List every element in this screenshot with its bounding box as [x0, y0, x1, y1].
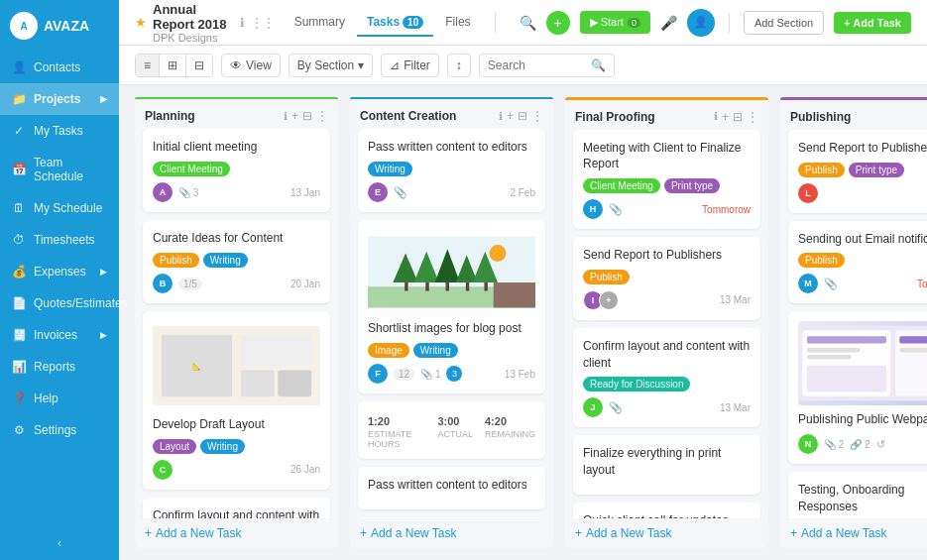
view-label: View — [246, 58, 272, 72]
add-task-link[interactable]: + Add a New Task — [350, 518, 553, 548]
card-tag: Publish — [583, 270, 630, 284]
card-title: Confirm layout and content with client — [583, 338, 751, 372]
task-card[interactable]: Send Report to PublishersPublishI+13 Mar — [573, 237, 760, 320]
count-badge: 3 — [446, 366, 462, 382]
nav-item-files[interactable]: Files — [435, 9, 480, 37]
column-add-icon[interactable]: + — [291, 109, 298, 123]
card-image — [368, 230, 535, 314]
sidebar-item-reports[interactable]: 📊Reports — [0, 351, 119, 383]
search-input[interactable] — [488, 58, 587, 72]
column-add-icon[interactable]: + — [722, 110, 729, 124]
column-title: Final Proofing — [575, 110, 710, 124]
column-menu-icon[interactable]: ⋮ — [747, 110, 758, 124]
sidebar-item-my-schedule[interactable]: 🗓My Schedule — [0, 192, 119, 224]
card-footer: L19 Apr — [798, 183, 927, 203]
project-menu-icon[interactable]: ⋮⋮ — [251, 16, 275, 30]
nav-item-summary[interactable]: Summary — [285, 9, 355, 37]
toolbar: ≡ ⊞ ⊟ 👁 View By Section ▾ ⊿ Filter ↕ 🔍 — [119, 46, 927, 85]
column-expand-icon[interactable]: ⊟ — [518, 109, 527, 123]
task-card[interactable]: Quick client call for updatesWritingK1/5… — [573, 503, 760, 518]
column-actions: + ⊟ ⋮ — [722, 110, 758, 124]
task-card[interactable]: Testing, Onboarding Responses — [788, 472, 927, 518]
card-tags: Publish — [798, 253, 927, 268]
sidebar-item-contacts[interactable]: 👤Contacts — [0, 52, 119, 83]
project-star: ★ — [135, 15, 147, 30]
by-section-select[interactable]: By Section ▾ — [289, 54, 373, 77]
column-add-icon[interactable]: + — [507, 109, 514, 123]
add-task-link[interactable]: + Add a New Task — [565, 518, 768, 548]
add-section-button[interactable]: Add Section — [744, 11, 824, 35]
sidebar-item-projects[interactable]: 📁Projects▶ — [0, 83, 119, 115]
task-card[interactable]: Send Report to PublishersPublishPrint ty… — [788, 130, 927, 213]
card-tag: Writing — [413, 343, 458, 358]
sidebar-collapse[interactable]: ‹ — [0, 526, 119, 560]
column-menu-icon[interactable]: ⋮ — [531, 109, 543, 123]
sidebar-item-expenses[interactable]: 💰Expenses▶ — [0, 256, 119, 287]
app-logo[interactable]: A AVAZA — [0, 0, 119, 52]
task-card[interactable]: 📐 Develop Draft LayoutLayoutWritingC26 J… — [143, 311, 330, 490]
sidebar-label: Help — [34, 392, 58, 405]
svg-rect-23 — [807, 348, 860, 352]
user-avatar[interactable]: 👤 — [687, 9, 715, 37]
sidebar-item-my-tasks[interactable]: ✓My Tasks — [0, 115, 119, 147]
list-view-btn[interactable]: ≡ — [136, 55, 160, 76]
card-title: Curate Ideas for Content — [153, 230, 320, 247]
card-footer: B1/520 Jan — [153, 274, 320, 293]
estimate-val: 1:20 — [368, 415, 425, 427]
sidebar-item-team-schedule[interactable]: 📅Team Schedule — [0, 147, 119, 192]
task-card[interactable]: Initial client meetingClient MeetingA📎 3… — [143, 129, 330, 212]
column-actions: + ⊟ ⋮ — [507, 109, 543, 123]
filter-button[interactable]: ⊿ Filter — [381, 54, 439, 77]
attachment-icon: 📎 — [609, 401, 623, 414]
project-info-icon[interactable]: ℹ — [240, 16, 245, 30]
task-card[interactable]: Confirm layout and content with clientRe… — [573, 328, 760, 428]
start-button[interactable]: ▶ Start 0 — [580, 11, 650, 34]
column-expand-icon[interactable]: ⊟ — [733, 110, 743, 124]
gantt-view-btn[interactable]: ⊟ — [186, 55, 212, 76]
board-view-btn[interactable]: ⊞ — [160, 55, 186, 76]
task-card[interactable]: Shortlist images for blog postImageWriti… — [358, 220, 545, 393]
sidebar-label: Reports — [34, 360, 75, 374]
add-icon[interactable]: + — [546, 11, 570, 35]
card-date: 26 Jan — [290, 464, 320, 475]
card-date: Tommorow — [917, 279, 927, 289]
topbar-icons: 🔍 + ▶ Start 0 🎤 👤 — [520, 9, 715, 37]
search-icon[interactable]: 🔍 — [520, 15, 536, 31]
task-card[interactable]: Publishing Public WebpagesN📎 2🔗 2↺18 Apr — [788, 311, 927, 464]
cards-container: Send Report to PublishersPublishPrint ty… — [780, 130, 927, 518]
column-menu-icon[interactable]: ⋮ — [316, 109, 328, 123]
mic-icon[interactable]: 🎤 — [660, 15, 677, 31]
task-card[interactable]: Finalize everything in print layout — [573, 435, 760, 495]
task-card[interactable]: Pass written content to editors — [358, 467, 545, 509]
task-card[interactable]: 1:20 ESTIMATE HOURS 3:00 ACTUAL 4:20 REM… — [358, 401, 545, 459]
column-info-icon: ℹ — [714, 110, 718, 123]
sidebar-item-timesheets[interactable]: ⏱Timesheets — [0, 224, 119, 256]
card-tags: PublishPrint type — [798, 163, 927, 177]
sidebar-item-quotes[interactable]: 📄Quotes/Estimates — [0, 287, 119, 319]
by-section-label: By Section — [297, 58, 354, 72]
add-task-link[interactable]: + Add a New Task — [780, 518, 927, 548]
avatar: F — [368, 364, 388, 384]
task-card[interactable]: Confirm layout and content with clientRe… — [143, 498, 330, 518]
sidebar-item-help[interactable]: ❓Help — [0, 383, 119, 414]
task-card[interactable]: Sending out Email notificationsPublishM📎… — [788, 221, 927, 304]
nav-item-tasks[interactable]: Tasks10 — [357, 9, 433, 37]
column-planning: Planning ℹ + ⊟ ⋮ Initial client meetingC… — [135, 97, 338, 548]
sort-button[interactable]: ↕ — [447, 54, 471, 77]
add-task-text: Add a New Task — [801, 526, 887, 540]
topbar: ★ Annual Report 2018 DPK Designs ℹ ⋮⋮ Su… — [119, 0, 927, 46]
task-card[interactable]: Curate Ideas for ContentPublishWritingB1… — [143, 220, 330, 303]
card-tag: Image — [368, 343, 409, 358]
sidebar-item-invoices[interactable]: 🧾Invoices▶ — [0, 319, 119, 351]
project-title: ★ Annual Report 2018 DPK Designs ℹ ⋮⋮ — [135, 2, 275, 44]
add-task-link[interactable]: + Add a New Task — [135, 518, 338, 548]
sidebar-item-settings[interactable]: ⚙Settings — [0, 414, 119, 446]
task-card[interactable]: Pass written content to editorsWritingE📎… — [358, 129, 545, 212]
card-tag: Writing — [200, 439, 245, 454]
column-expand-icon[interactable]: ⊟ — [302, 109, 312, 123]
task-card[interactable]: Meeting with Client to Finalize ReportCl… — [573, 130, 760, 230]
view-select[interactable]: 👁 View — [221, 54, 281, 77]
help-icon: ❓ — [12, 392, 26, 405]
timesheets-icon: ⏱ — [12, 233, 26, 247]
add-task-button[interactable]: + Add Task — [834, 12, 911, 34]
